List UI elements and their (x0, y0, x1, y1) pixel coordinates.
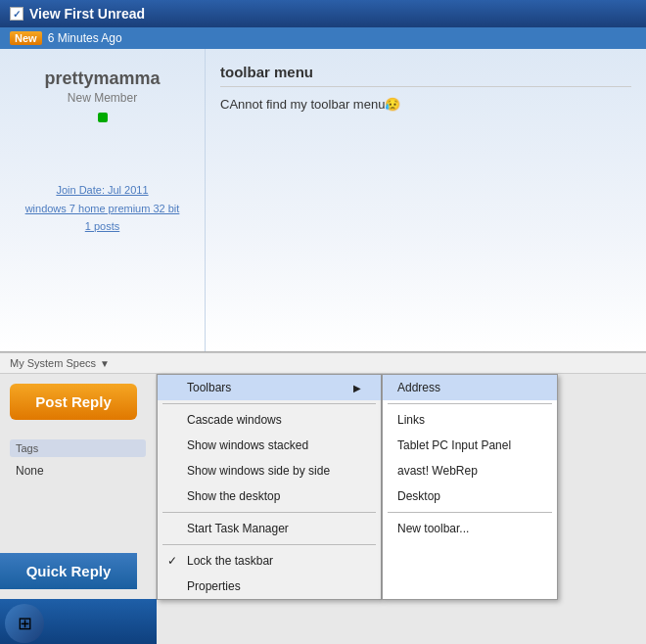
submenu-item-links[interactable]: Links (383, 407, 557, 433)
menu-item-lock-label: Lock the taskbar (187, 554, 273, 568)
new-badge: New (10, 31, 42, 45)
system-specs-bar[interactable]: My System Specs ▼ (0, 352, 646, 374)
submenu-separator-1 (388, 403, 552, 404)
new-bar: New 6 Minutes Ago (0, 27, 646, 49)
post-area: prettymamma New Member Join Date: Jul 20… (0, 49, 646, 352)
menu-item-toolbars-label: Toolbars (187, 381, 231, 394)
post-body: CAnnot find my toolbar menu😥 (220, 95, 631, 115)
menu-item-properties[interactable]: Properties (158, 574, 381, 599)
menu-check-lock: ✓ (167, 554, 177, 568)
user-posts: 1 posts (10, 217, 195, 236)
submenu-item-desktop-label: Desktop (397, 489, 440, 503)
menu-item-cascade[interactable]: Cascade windows (158, 407, 381, 433)
post-body-text: CAnnot find my toolbar menu (220, 97, 385, 112)
submenu-item-tablet[interactable]: Tablet PC Input Panel (383, 433, 557, 458)
submenu-separator-2 (388, 512, 552, 513)
menu-separator-1 (162, 403, 376, 404)
menu-item-toolbars[interactable]: Toolbars ▶ (158, 375, 381, 400)
menu-item-side-by-side-label: Show windows side by side (187, 464, 330, 478)
title-text: View First Unread (29, 6, 145, 22)
user-meta: Join Date: Jul 2011 windows 7 home premi… (10, 181, 195, 236)
quick-reply-button[interactable]: Quick Reply (0, 553, 137, 589)
menu-item-cascade-label: Cascade windows (187, 413, 282, 427)
menu-separator-2 (162, 512, 376, 513)
post-reply-button[interactable]: Post Reply (10, 384, 137, 420)
username: prettymamma (10, 69, 195, 89)
context-menu-container: Toolbars ▶ Cascade windows Show windows … (157, 374, 558, 600)
user-role: New Member (10, 91, 195, 105)
submenu-item-avast[interactable]: avast! WebRep (383, 458, 557, 483)
menu-item-task-manager[interactable]: Start Task Manager (158, 516, 381, 541)
timestamp: 6 Minutes Ago (48, 31, 122, 45)
user-panel: prettymamma New Member Join Date: Jul 20… (0, 49, 206, 351)
submenu-item-new-toolbar-label: New toolbar... (397, 522, 469, 535)
user-os: windows 7 home premium 32 bit (10, 200, 195, 218)
submenu-item-address-label: Address (397, 381, 440, 394)
submenu[interactable]: Address Links Tablet PC Input Panel avas… (382, 374, 558, 600)
menu-item-stacked[interactable]: Show windows stacked (158, 433, 381, 458)
submenu-item-address[interactable]: Address (383, 375, 557, 400)
online-indicator (98, 113, 108, 122)
submenu-item-desktop[interactable]: Desktop (383, 483, 557, 509)
menu-separator-3 (162, 544, 376, 545)
menu-item-lock[interactable]: ✓ Lock the taskbar (158, 548, 381, 574)
menu-item-desktop-label: Show the desktop (187, 489, 280, 503)
post-emoji: 😥 (385, 97, 400, 112)
tags-value: None (10, 462, 146, 480)
title-checkbox[interactable]: ✓ (10, 7, 23, 21)
join-date: Join Date: Jul 2011 (10, 181, 195, 200)
submenu-item-new-toolbar[interactable]: New toolbar... (383, 516, 557, 541)
menu-item-desktop[interactable]: Show the desktop (158, 483, 381, 509)
bottom-area: Post Reply Tags None Toolbars ▶ Cascade … (0, 374, 646, 644)
tags-label: Tags (10, 439, 146, 457)
context-menu[interactable]: Toolbars ▶ Cascade windows Show windows … (157, 374, 382, 600)
menu-item-stacked-label: Show windows stacked (187, 438, 308, 452)
menu-item-side-by-side[interactable]: Show windows side by side (158, 458, 381, 483)
menu-item-task-manager-label: Start Task Manager (187, 522, 289, 535)
start-button[interactable]: ⊞ (5, 604, 44, 643)
system-specs-arrow: ▼ (100, 358, 110, 369)
post-content: toolbar menu CAnnot find my toolbar menu… (206, 49, 646, 351)
submenu-item-avast-label: avast! WebRep (397, 464, 478, 478)
submenu-arrow: ▶ (353, 383, 361, 393)
submenu-item-tablet-label: Tablet PC Input Panel (397, 438, 511, 452)
taskbar: ⊞ (0, 599, 157, 644)
post-title: toolbar menu (220, 64, 631, 87)
title-bar: ✓ View First Unread (0, 0, 646, 27)
windows-logo-icon: ⊞ (18, 613, 32, 634)
submenu-item-links-label: Links (397, 413, 425, 427)
menu-item-properties-label: Properties (187, 579, 241, 593)
system-specs-label: My System Specs (10, 357, 96, 369)
